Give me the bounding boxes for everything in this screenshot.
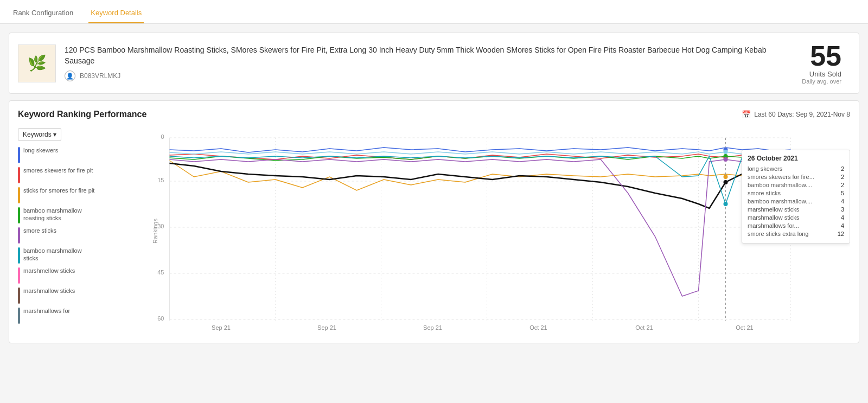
svg-text:60: 60 <box>157 315 164 322</box>
units-sold-sub: Daily avg. over <box>802 78 841 85</box>
keyword-label-sticks-smores: sticks for smores for fire pit <box>23 187 94 194</box>
product-info: 120 PCS Bamboo Marshmallow Roasting Stic… <box>65 45 793 81</box>
keywords-dropdown-button[interactable]: Keywords ▾ <box>18 128 61 141</box>
tooltip-row-7: marshmallow sticks 4 <box>748 214 844 221</box>
chart-section: Keyword Ranking Performance 📅 Last 60 Da… <box>9 100 859 343</box>
units-sold-panel: 55 Units Sold Daily avg. over <box>802 42 850 85</box>
svg-text:Sep 21: Sep 21 <box>317 324 336 331</box>
tooltip-value-9: 12 <box>838 231 844 237</box>
svg-point-27 <box>724 175 728 179</box>
svg-text:0: 0 <box>161 133 164 140</box>
svg-text:45: 45 <box>157 269 164 276</box>
tooltip-row-2: smores skewers for fire... 2 <box>748 174 844 180</box>
keyword-item-smores-skewers: smores skewers for fire pit <box>18 167 98 183</box>
tooltip-value-2: 2 <box>841 174 844 180</box>
svg-text:30: 30 <box>157 223 164 229</box>
keyword-color-smores-skewers <box>18 167 20 183</box>
chart-area: 0 15 30 45 60 Rankings <box>102 128 850 334</box>
keyword-item-marshmellow: marshmellow sticks <box>18 267 98 284</box>
tooltip-row-8: marshmallows for... 4 <box>748 222 844 229</box>
tooltip-keyword-4: smore sticks <box>748 190 781 196</box>
tooltip-row-3: bamboo marshmallow.... 2 <box>748 182 844 188</box>
svg-point-30 <box>724 150 728 154</box>
tab-keyword-details[interactable]: Keyword Details <box>88 3 144 23</box>
keyword-color-sticks-smores <box>18 187 20 203</box>
keyword-item-long-skewers: long skewers <box>18 146 98 163</box>
units-sold-number: 55 <box>802 42 841 70</box>
svg-text:Sep 21: Sep 21 <box>423 324 442 331</box>
tooltip-value-5: 4 <box>841 198 844 204</box>
product-title: 120 PCS Bamboo Marshmallow Roasting Stic… <box>65 45 793 66</box>
tooltip-row-6: marshmellow sticks 3 <box>748 206 844 213</box>
keyword-item-marshmallows-for: marshmallows for <box>18 307 98 324</box>
chart-header: Keyword Ranking Performance 📅 Last 60 Da… <box>18 110 850 119</box>
product-image-emoji: 🌿 <box>28 54 47 72</box>
keyword-label-marshmellow: marshmellow sticks <box>23 267 75 274</box>
keyword-label-bamboo-roasting: bamboo marshmallow roasting sticks <box>23 207 98 222</box>
tooltip-value-3: 2 <box>841 182 844 188</box>
date-range: 📅 Last 60 Days: Sep 9, 2021-Nov 8 <box>742 110 850 119</box>
calendar-icon: 📅 <box>742 110 751 119</box>
product-meta: 👤 B083VRLMKJ <box>65 71 793 81</box>
tooltip-keyword-7: marshmallow sticks <box>748 214 799 221</box>
keyword-color-marshmellow <box>18 267 20 284</box>
tooltip-value-8: 4 <box>841 222 844 229</box>
tooltip-row-1: long skewers 2 <box>748 165 844 172</box>
svg-point-29 <box>724 180 728 184</box>
keyword-label-marshmallows-for: marshmallows for <box>23 307 70 315</box>
svg-text:15: 15 <box>157 177 164 183</box>
tooltip-value-6: 3 <box>841 206 844 213</box>
tooltip-row-5: bamboo marshmallow.... 4 <box>748 198 844 204</box>
svg-text:Sep 21: Sep 21 <box>212 324 231 331</box>
tooltip-keyword-3: bamboo marshmallow.... <box>748 182 812 188</box>
keyword-item-bamboo-marshmallow-sticks: bamboo marshmallow sticks <box>18 247 98 264</box>
tooltip-keyword-5: bamboo marshmallow.... <box>748 198 812 204</box>
chart-title: Keyword Ranking Performance <box>18 110 146 119</box>
product-image: 🌿 <box>18 44 56 82</box>
tooltip-keyword-8: marshmallows for... <box>748 222 799 229</box>
keyword-color-bamboo-marshmallow <box>18 247 20 264</box>
svg-text:Oct 21: Oct 21 <box>736 324 753 331</box>
tooltip-row-4: smore sticks 5 <box>748 190 844 196</box>
tooltip-date: 26 October 2021 <box>748 155 844 162</box>
keyword-color-bamboo-roasting <box>18 207 20 223</box>
seller-icon: 👤 <box>65 71 75 81</box>
tooltip-keyword-2: smores skewers for fire... <box>748 174 814 180</box>
tooltip-value-4: 5 <box>841 190 844 196</box>
keywords-legend: Keywords ▾ long skewers smores skewers f… <box>18 128 102 334</box>
product-asin: B083VRLMKJ <box>80 72 120 80</box>
keyword-item-bamboo-marshmallow-roasting: bamboo marshmallow roasting sticks <box>18 207 98 223</box>
keyword-item-smore-sticks: smore sticks <box>18 227 98 244</box>
keyword-label-smores-skewers: smores skewers for fire pit <box>23 167 93 174</box>
keyword-label-bamboo-marshmallow: bamboo marshmallow sticks <box>23 247 98 263</box>
keyword-color-long-skewers <box>18 147 20 163</box>
product-card: 🌿 120 PCS Bamboo Marshmallow Roasting St… <box>9 33 859 94</box>
date-range-label: Last 60 Days: Sep 9, 2021-Nov 8 <box>754 111 850 118</box>
tooltip-value-7: 4 <box>841 214 844 221</box>
tooltip-keyword-6: marshmellow sticks <box>748 206 799 213</box>
keyword-color-smore-sticks <box>18 227 20 244</box>
keyword-label-marshmallow: marshmallow sticks <box>23 287 75 295</box>
svg-text:Rankings: Rankings <box>152 219 158 244</box>
keywords-button-label: Keywords ▾ <box>23 131 56 138</box>
chart-tooltip: 26 October 2021 long skewers 2 smores sk… <box>742 150 850 244</box>
tab-rank-configuration[interactable]: Rank Configuration <box>11 3 75 23</box>
keyword-item-sticks-smores: sticks for smores for fire pit <box>18 187 98 203</box>
svg-text:Oct 21: Oct 21 <box>529 324 547 331</box>
top-navigation: Rank Configuration Keyword Details <box>0 0 868 24</box>
units-sold-label: Units Sold <box>802 70 841 78</box>
tooltip-keyword-1: long skewers <box>748 165 782 172</box>
tooltip-keyword-9: smore sticks extra long <box>748 231 808 237</box>
tooltip-value-1: 2 <box>841 165 844 172</box>
keyword-color-marshmallow <box>18 287 20 304</box>
keyword-label-smore-sticks: smore sticks <box>23 227 56 234</box>
keyword-label-long-skewers: long skewers <box>23 146 58 154</box>
chart-svg: 0 15 30 45 60 Rankings <box>102 128 850 334</box>
svg-point-32 <box>724 202 728 206</box>
tooltip-row-9: smore sticks extra long 12 <box>748 231 844 237</box>
keyword-item-marshmallow: marshmallow sticks <box>18 287 98 304</box>
svg-point-31 <box>724 157 728 162</box>
chart-body: Keywords ▾ long skewers smores skewers f… <box>18 128 850 334</box>
chart-svg-container: 0 15 30 45 60 Rankings <box>102 128 850 334</box>
keyword-color-marshmallows-for <box>18 308 20 324</box>
